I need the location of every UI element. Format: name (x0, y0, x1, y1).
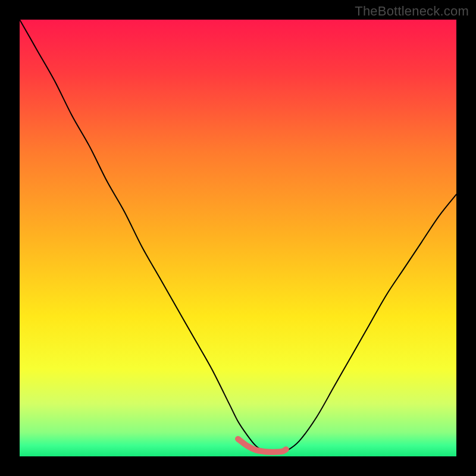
bottleneck-chart-svg (20, 20, 456, 456)
chart-plot-area (20, 20, 456, 456)
chart-frame: TheBottleneck.com (0, 0, 476, 476)
watermark-label: TheBottleneck.com (355, 4, 469, 19)
gradient-background (20, 20, 456, 456)
